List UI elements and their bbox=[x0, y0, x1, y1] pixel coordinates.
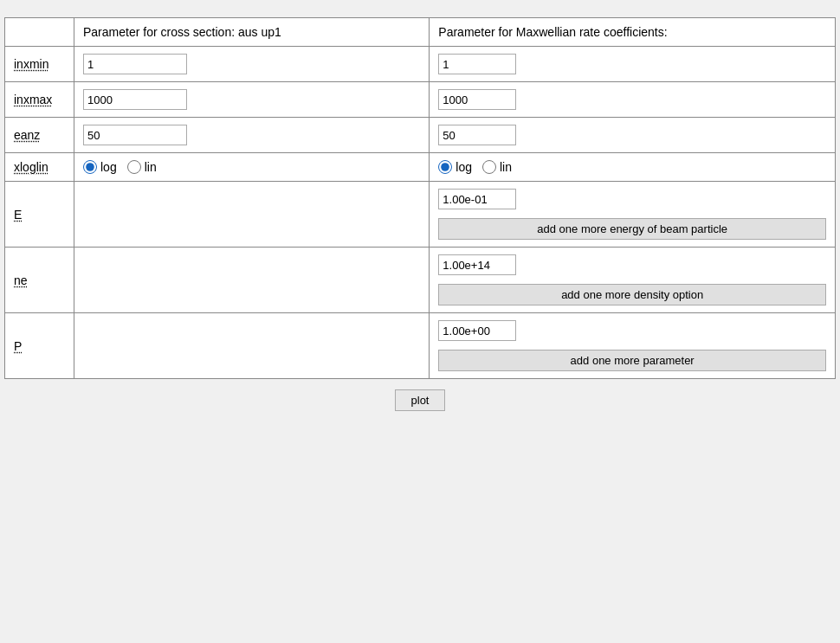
xloglin-col2-log-label[interactable]: log bbox=[83, 160, 117, 174]
xloglin-col3-log-label[interactable]: log bbox=[438, 160, 472, 174]
inxmin-col3-input[interactable] bbox=[438, 54, 516, 74]
ne-label: ne bbox=[5, 248, 74, 313]
ne-col3-cell: add one more density option bbox=[430, 248, 836, 313]
P-col3-input[interactable] bbox=[438, 320, 516, 341]
P-col2-cell bbox=[74, 313, 430, 379]
header-maxwellian: Parameter for Maxwellian rate coefficien… bbox=[430, 18, 836, 47]
ne-col2-cell bbox=[74, 248, 430, 313]
xloglin-label: xloglin bbox=[5, 153, 74, 182]
page-wrapper: Parameter for cross section: aus up1 Par… bbox=[4, 9, 836, 428]
xloglin-col3-cell: log lin bbox=[430, 153, 836, 182]
add-density-button[interactable]: add one more density option bbox=[438, 284, 826, 305]
xloglin-col2-lin-radio[interactable] bbox=[127, 160, 141, 174]
inxmax-col3-input[interactable] bbox=[438, 89, 516, 110]
eanz-col3-input[interactable] bbox=[438, 125, 516, 145]
xloglin-col3-radio-group: log lin bbox=[438, 160, 826, 174]
E-col3-cell: add one more energy of beam particle bbox=[430, 182, 836, 248]
table-row: E add one more energy of beam particle bbox=[5, 182, 836, 248]
E-label: E bbox=[5, 182, 74, 248]
inxmin-col2-cell bbox=[74, 47, 430, 82]
header-empty bbox=[5, 18, 74, 47]
xloglin-col3-lin-radio[interactable] bbox=[482, 160, 496, 174]
eanz-label: eanz bbox=[5, 118, 74, 153]
inxmin-col3-cell bbox=[430, 47, 836, 82]
inxmin-label: inxmin bbox=[5, 47, 74, 82]
table-row: inxmin bbox=[5, 47, 836, 82]
table-row: inxmax bbox=[5, 82, 836, 118]
E-col2-cell bbox=[74, 182, 430, 248]
xloglin-col2-lin-text: lin bbox=[145, 160, 157, 174]
add-parameter-button[interactable]: add one more parameter bbox=[438, 350, 826, 371]
eanz-col2-cell bbox=[74, 118, 430, 153]
table-row: xloglin log lin bbox=[5, 153, 836, 182]
xloglin-col3-lin-label[interactable]: lin bbox=[482, 160, 512, 174]
xloglin-col2-log-text: log bbox=[100, 160, 117, 174]
P-col3-cell: add one more parameter bbox=[430, 313, 836, 379]
table-row: ne add one more density option bbox=[5, 248, 836, 313]
P-col3-content: add one more parameter bbox=[438, 320, 826, 371]
xloglin-col2-cell: log lin bbox=[74, 153, 430, 182]
inxmax-label: inxmax bbox=[5, 82, 74, 118]
eanz-col2-input[interactable] bbox=[83, 125, 187, 145]
xloglin-col2-log-radio[interactable] bbox=[83, 160, 97, 174]
P-label: P bbox=[5, 313, 74, 379]
xloglin-col3-lin-text: lin bbox=[500, 160, 512, 174]
table-row: eanz bbox=[5, 118, 836, 153]
main-table: Parameter for cross section: aus up1 Par… bbox=[4, 17, 836, 379]
E-col3-content: add one more energy of beam particle bbox=[438, 189, 826, 240]
header-cross-section: Parameter for cross section: aus up1 bbox=[74, 18, 430, 47]
ne-col3-content: add one more density option bbox=[438, 254, 826, 305]
table-row: P add one more parameter bbox=[5, 313, 836, 379]
xloglin-col2-lin-label[interactable]: lin bbox=[127, 160, 157, 174]
add-energy-button[interactable]: add one more energy of beam particle bbox=[438, 218, 826, 240]
plot-button[interactable]: plot bbox=[395, 389, 446, 411]
inxmax-col2-cell bbox=[74, 82, 430, 118]
xloglin-col3-log-radio[interactable] bbox=[438, 160, 452, 174]
xloglin-col2-radio-group: log lin bbox=[83, 160, 420, 174]
E-col3-input[interactable] bbox=[438, 189, 516, 209]
inxmin-col2-input[interactable] bbox=[83, 54, 187, 74]
inxmax-col2-input[interactable] bbox=[83, 89, 187, 110]
ne-col3-input[interactable] bbox=[438, 254, 516, 275]
xloglin-col3-log-text: log bbox=[456, 160, 472, 174]
eanz-col3-cell bbox=[430, 118, 836, 153]
inxmax-col3-cell bbox=[430, 82, 836, 118]
